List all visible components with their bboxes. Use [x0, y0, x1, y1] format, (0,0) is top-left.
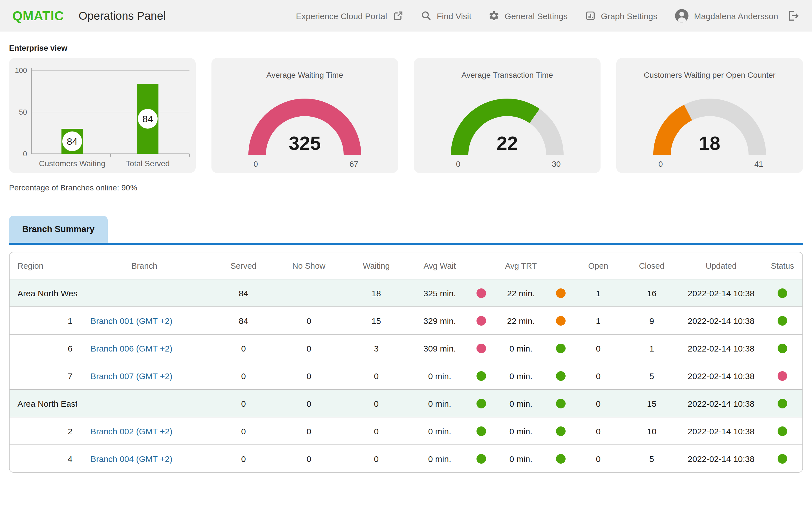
updated-cell: 2022-02-14 10:38	[679, 371, 763, 381]
table-row: 7 Branch 007 (GMT +2) 0 0 0 0 min. 0 min…	[10, 362, 802, 389]
avg-trt-status-dot	[556, 372, 565, 381]
avg-wait-cell: 0 min.	[410, 454, 469, 463]
status-cell	[763, 315, 802, 326]
gauge-max-label: 41	[754, 160, 763, 168]
branch-link[interactable]: Branch 006 (GMT +2)	[91, 343, 172, 353]
gauge-value: 22	[497, 132, 518, 154]
logout-button[interactable]	[787, 10, 800, 22]
region-cell: 1	[10, 316, 77, 325]
branch-cell: Branch 007 (GMT +2)	[77, 371, 212, 381]
user-name: Magdalena Andersson	[694, 11, 778, 20]
y-tick-label: 50	[19, 108, 27, 116]
enterprise-cards: 05010084Customers Waiting84Total Served …	[9, 58, 803, 173]
avg-trt-status-cell	[549, 398, 572, 408]
avg-trt-cell: 0 min.	[493, 426, 549, 436]
status-dot	[777, 454, 787, 464]
served-cell: 0	[212, 426, 275, 436]
avg-trt-status-cell	[549, 453, 572, 464]
no-show-cell: 0	[275, 426, 343, 436]
closed-cell: 9	[624, 316, 679, 325]
open-cell: 1	[572, 288, 624, 298]
avg-trt-status-cell	[549, 288, 572, 298]
nav-general-settings[interactable]: General Settings	[488, 10, 567, 21]
gauge-fill	[451, 99, 540, 155]
open-cell: 0	[572, 426, 624, 436]
gauge-value: 18	[699, 132, 720, 154]
nav-experience-cloud-portal[interactable]: Experience Cloud Portal	[296, 10, 403, 21]
nav-graph-settings[interactable]: Graph Settings	[585, 10, 657, 21]
table-body: Area North West 84 18 325 min. 22 min. 1…	[10, 279, 802, 472]
col-avg-trt: Avg TRT	[493, 261, 549, 270]
avg-trt-status-dot	[556, 399, 565, 409]
waiting-cell: 15	[343, 316, 410, 325]
avg-transaction-time-gauge-card: Average Transaction Time 22030	[414, 58, 601, 173]
served-cell: 0	[212, 343, 275, 353]
avg-wait-status-cell	[469, 453, 493, 464]
avg-wait-status-cell	[469, 315, 493, 326]
bar-value-label: 84	[142, 114, 153, 124]
customers-per-counter-gauge-card: Customers Waiting per Open Counter 18041	[616, 58, 803, 173]
region-cell: 7	[10, 371, 77, 381]
avg-wait-status-cell	[469, 288, 493, 298]
served-cell: 84	[212, 316, 275, 325]
no-show-cell: 0	[275, 316, 343, 325]
col-closed: Closed	[624, 261, 679, 270]
avg-wait-status-dot	[476, 289, 486, 298]
bar-category-label: Customers Waiting	[39, 159, 105, 168]
avg-trt-cell: 0 min.	[493, 454, 549, 463]
main-content: Enterprise view 05010084Customers Waitin…	[0, 43, 812, 473]
status-dot	[777, 399, 787, 409]
region-cell: 6	[10, 343, 77, 353]
status-cell	[763, 426, 802, 436]
served-cell: 0	[212, 454, 275, 463]
nav-find-visit-label: Find Visit	[437, 11, 471, 20]
qmatic-logo[interactable]: QMATIC	[12, 8, 64, 23]
closed-cell: 5	[624, 371, 679, 381]
top-nav: Experience Cloud Portal Find Vis	[296, 8, 800, 23]
col-status: Status	[763, 261, 802, 270]
col-branch: Branch	[77, 261, 212, 270]
branch-link[interactable]: Branch 007 (GMT +2)	[91, 371, 172, 381]
branch-link[interactable]: Branch 002 (GMT +2)	[91, 426, 172, 436]
col-served: Served	[212, 261, 275, 270]
gauge-max-label: 67	[349, 160, 358, 168]
avg-wait-status-dot	[476, 372, 486, 381]
open-cell: 0	[572, 343, 624, 353]
avg-wait-status-cell	[469, 371, 493, 381]
status-dot	[777, 427, 787, 436]
avg-wait-status-dot	[476, 316, 486, 326]
user-menu[interactable]: Magdalena Andersson	[674, 8, 778, 23]
table-row: 1 Branch 001 (GMT +2) 84 0 15 329 min. 2…	[10, 306, 802, 334]
branch-cell: Branch 004 (GMT +2)	[77, 454, 212, 463]
branch-cell: Branch 002 (GMT +2)	[77, 426, 212, 436]
nav-graph-settings-label: Graph Settings	[601, 11, 657, 20]
col-updated: Updated	[679, 261, 763, 270]
avg-wait-status-cell	[469, 426, 493, 436]
open-cell: 1	[572, 316, 624, 325]
closed-cell: 16	[624, 288, 679, 298]
tab-underline	[9, 243, 803, 245]
bar-category-label: Total Served	[126, 159, 170, 168]
status-cell	[763, 371, 802, 381]
nav-experience-cloud-portal-label: Experience Cloud Portal	[296, 11, 387, 20]
avg-wait-status-dot	[476, 399, 486, 409]
served-cell: 84	[212, 288, 275, 298]
enterprise-view-label: Enterprise view	[9, 43, 803, 52]
avg-trt-status-cell	[549, 315, 572, 326]
updated-cell: 2022-02-14 10:38	[679, 399, 763, 408]
avg-wait-status-dot	[476, 454, 486, 464]
avg-trt-status-dot	[556, 289, 565, 298]
branch-link[interactable]: Branch 001 (GMT +2)	[91, 316, 172, 325]
updated-cell: 2022-02-14 10:38	[679, 343, 763, 353]
status-dot	[777, 344, 787, 353]
waiting-cell: 0	[343, 454, 410, 463]
y-tick-label: 0	[23, 150, 27, 158]
page-title: Operations Panel	[79, 9, 166, 22]
closed-cell: 5	[624, 454, 679, 463]
gauge-fill	[653, 105, 692, 155]
avg-wait-status-cell	[469, 343, 493, 353]
branch-link[interactable]: Branch 004 (GMT +2)	[91, 454, 172, 463]
bar-chart: 05010084Customers Waiting84Total Served	[9, 58, 196, 173]
nav-find-visit[interactable]: Find Visit	[420, 10, 471, 21]
tab-branch-summary[interactable]: Branch Summary	[9, 216, 108, 243]
